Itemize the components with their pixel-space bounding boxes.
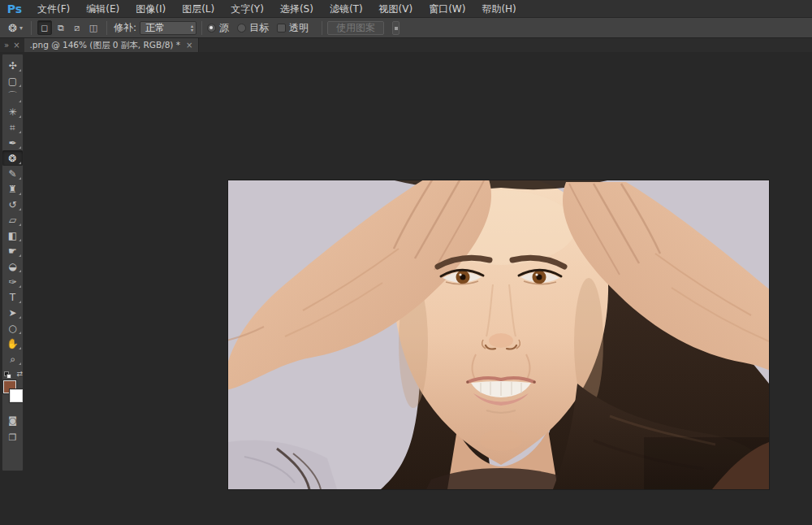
history-brush-tool[interactable]: ↺ xyxy=(2,197,23,212)
transparent-checkbox-group[interactable]: 透明 xyxy=(277,21,309,35)
menu-view[interactable]: 视图(V) xyxy=(371,0,421,18)
quick-selection-tool[interactable]: ✳ xyxy=(2,104,23,119)
tool-preset-picker[interactable]: ❂ ▾ xyxy=(0,22,26,34)
photoshop-window: Ps 文件(F) 编辑(E) 图像(I) 图层(L) 文字(Y) 选择(S) 滤… xyxy=(0,0,812,525)
screen-mode-icon[interactable]: ❐ xyxy=(2,430,23,445)
menu-window[interactable]: 窗口(W) xyxy=(421,0,473,18)
menu-bar: Ps 文件(F) 编辑(E) 图像(I) 图层(L) 文字(Y) 选择(S) 滤… xyxy=(0,0,812,18)
tab-close-icon[interactable]: × xyxy=(186,41,192,50)
menu-file[interactable]: 文件(F) xyxy=(29,0,78,18)
brush-tool[interactable]: ✎ xyxy=(2,166,23,181)
color-controls: ⇄ xyxy=(2,371,23,410)
panel-close-icon[interactable]: × xyxy=(11,41,24,50)
smudge-tool[interactable]: ☛ xyxy=(2,243,23,258)
menu-help[interactable]: 帮助(H) xyxy=(473,0,524,18)
path-selection-tool[interactable]: ➤ xyxy=(2,305,23,320)
separator xyxy=(201,21,202,35)
lasso-tool[interactable]: ⌒ xyxy=(2,89,23,104)
tools-panel: ✣ ▢ ⌒ ✳ ⌗ ✒ ❂ ✎ ♜ ↺ ▱ ◧ ☛ ◒ ✑ T ➤ ○ ✋ ⌕ … xyxy=(2,54,24,471)
quick-mask-icon[interactable]: ◙ xyxy=(2,413,23,427)
patch-healing-tool[interactable]: ❂ xyxy=(2,150,23,166)
transparent-checkbox[interactable] xyxy=(277,24,286,33)
menu-edit[interactable]: 编辑(E) xyxy=(78,0,127,18)
tab-overflow-icon[interactable]: » xyxy=(0,41,11,50)
shape-tool[interactable]: ○ xyxy=(2,320,23,336)
stepper-icon: ▴▾ xyxy=(191,24,193,32)
menu-filter[interactable]: 滤镜(T) xyxy=(322,0,371,18)
eyedropper-tool[interactable]: ✒ xyxy=(2,135,23,150)
dodge-tool[interactable]: ◒ xyxy=(2,258,23,274)
zoom-tool[interactable]: ⌕ xyxy=(2,351,23,367)
portrait-photo xyxy=(228,180,769,489)
hand-tool[interactable]: ✋ xyxy=(2,336,23,351)
menu-select[interactable]: 选择(S) xyxy=(272,0,322,18)
source-radio-label: 源 xyxy=(219,21,229,35)
document-tab-bar: » × .png @ 146% (图层 0 副本, RGB/8) * × xyxy=(0,38,812,52)
separator xyxy=(31,21,32,35)
separator xyxy=(322,21,322,35)
menu-type[interactable]: 文字(Y) xyxy=(222,0,272,18)
tool-options-bar: ❂ ▾ ◻ ⧉ ⧄ ◫ 修补: 正常 ▴▾ 源 目标 透明 使用图案 xyxy=(0,18,812,38)
default-colors-icon[interactable] xyxy=(4,371,12,379)
document-canvas[interactable] xyxy=(228,180,769,489)
left-eye xyxy=(441,270,483,284)
menu-image[interactable]: 图像(I) xyxy=(127,0,174,18)
use-pattern-button[interactable]: 使用图案 xyxy=(327,21,384,35)
source-radio[interactable] xyxy=(207,24,216,33)
chevron-down-icon: ▾ xyxy=(19,24,23,32)
destination-radio-group[interactable]: 目标 xyxy=(237,21,269,35)
document-tab[interactable]: .png @ 146% (图层 0 副本, RGB/8) * × xyxy=(24,38,200,52)
move-tool[interactable]: ✣ xyxy=(2,58,23,73)
patch-mode-label: 修补: xyxy=(114,21,136,35)
destination-radio-label: 目标 xyxy=(249,21,269,35)
swap-colors-icon[interactable]: ⇄ xyxy=(16,370,23,378)
patch-tool-icon: ❂ xyxy=(8,22,17,34)
patch-mode-value: 正常 xyxy=(145,21,165,35)
marquee-tool[interactable]: ▢ xyxy=(2,73,23,89)
crop-tool[interactable]: ⌗ xyxy=(2,119,23,135)
photoshop-logo: Ps xyxy=(0,2,29,15)
gradient-tool[interactable]: ◧ xyxy=(2,228,23,243)
retouch-patch-region xyxy=(644,437,769,489)
eraser-tool[interactable]: ▱ xyxy=(2,212,23,228)
pen-tool[interactable]: ✑ xyxy=(2,274,23,289)
add-selection-button[interactable]: ⧉ xyxy=(54,20,68,35)
intersect-selection-button[interactable]: ◫ xyxy=(86,20,101,35)
subtract-selection-button[interactable]: ⧄ xyxy=(70,20,84,35)
destination-radio[interactable] xyxy=(237,24,246,33)
mini-slider-icon[interactable] xyxy=(392,21,400,35)
source-radio-group[interactable]: 源 xyxy=(207,21,229,35)
type-tool[interactable]: T xyxy=(2,289,23,305)
right-eye xyxy=(519,270,561,284)
patch-mode-dropdown[interactable]: 正常 ▴▾ xyxy=(140,21,197,35)
background-color-swatch[interactable] xyxy=(10,389,23,402)
transparent-checkbox-label: 透明 xyxy=(289,21,309,35)
clone-stamp-tool[interactable]: ♜ xyxy=(2,181,23,197)
document-tab-title: .png @ 146% (图层 0 副本, RGB/8) * xyxy=(30,40,181,51)
new-selection-button[interactable]: ◻ xyxy=(37,20,52,35)
separator xyxy=(106,21,107,35)
menu-layer[interactable]: 图层(L) xyxy=(174,0,222,18)
